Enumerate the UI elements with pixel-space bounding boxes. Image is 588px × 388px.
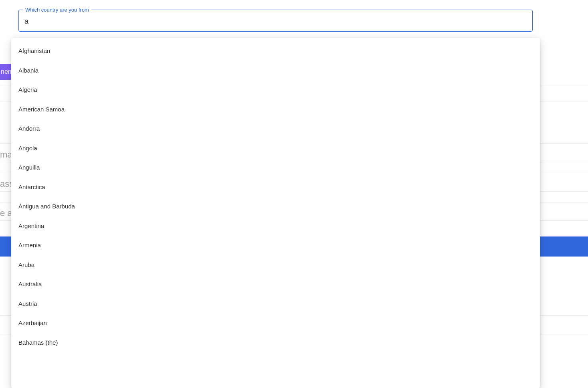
country-option[interactable]: Argentina bbox=[11, 216, 540, 236]
background-field-fragment: ma bbox=[0, 150, 12, 160]
country-option[interactable]: Azerbaijan bbox=[11, 313, 540, 333]
country-fieldset: Which country are you from bbox=[18, 7, 533, 32]
country-option[interactable]: Angola bbox=[11, 139, 540, 158]
background-tab-fragment: nen bbox=[0, 64, 11, 80]
country-option[interactable]: Anguilla bbox=[11, 158, 540, 178]
country-label: Which country are you from bbox=[23, 7, 91, 12]
country-input[interactable] bbox=[19, 12, 532, 31]
country-listbox[interactable]: Afghanistan Albania Algeria American Sam… bbox=[11, 38, 540, 388]
country-option[interactable]: American Samoa bbox=[11, 100, 540, 119]
country-combobox[interactable]: Which country are you from bbox=[18, 7, 533, 32]
country-option[interactable]: Antarctica bbox=[11, 178, 540, 197]
country-option[interactable]: Algeria bbox=[11, 80, 540, 100]
country-option[interactable]: Albania bbox=[11, 61, 540, 81]
country-option[interactable]: Antigua and Barbuda bbox=[11, 197, 540, 216]
country-option[interactable]: Andorra bbox=[11, 119, 540, 139]
country-option[interactable]: Australia bbox=[11, 275, 540, 294]
country-option[interactable]: Afghanistan bbox=[11, 41, 540, 61]
country-option[interactable]: Aruba bbox=[11, 255, 540, 275]
country-option[interactable]: Armenia bbox=[11, 236, 540, 255]
country-option[interactable]: Austria bbox=[11, 294, 540, 314]
country-option[interactable]: Bahamas (the) bbox=[11, 333, 540, 353]
background-field-fragment: e a bbox=[0, 208, 12, 218]
